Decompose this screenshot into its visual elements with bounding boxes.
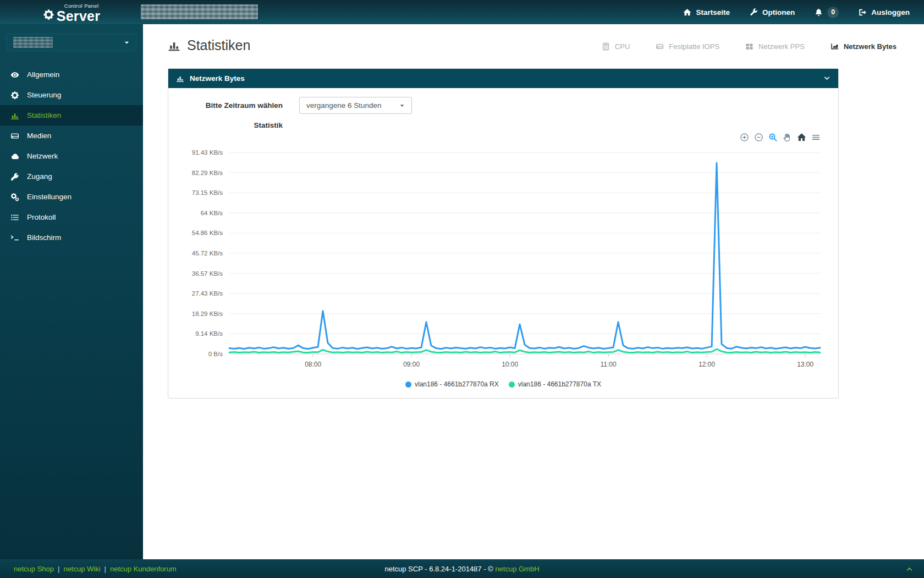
bar-chart-icon	[176, 74, 184, 83]
notifications-button[interactable]: 0	[815, 7, 839, 18]
timerange-label: Bitte Zeitraum wählen	[178, 101, 283, 110]
sidebar-item-netzwerk[interactable]: Netzwerk	[0, 146, 143, 166]
scroll-to-top-button[interactable]	[906, 565, 924, 572]
top-bar: Control Panel Server Startseite Optionen…	[0, 0, 924, 24]
caret-down-icon	[399, 103, 405, 108]
hdd-icon	[10, 132, 19, 140]
x-axis-tick-label: 13:00	[797, 361, 813, 368]
netcup-shop-link[interactable]: netcup Shop	[14, 565, 54, 573]
logout-icon	[859, 8, 867, 17]
sidebar-item-protokoll[interactable]: Protokoll	[0, 207, 143, 227]
gears-icon	[10, 193, 19, 201]
ausloggen-link[interactable]: Ausloggen	[859, 8, 910, 17]
chart-toolbar	[178, 130, 828, 144]
y-axis-tick-label: 73.15 KB/s	[192, 189, 223, 196]
grid-icon	[745, 42, 754, 51]
series-line-tx	[229, 349, 820, 352]
logo-brand-label: Server	[57, 9, 101, 23]
panel-collapse-button[interactable]	[823, 75, 831, 82]
y-axis-tick-label: 82.29 KB/s	[192, 170, 223, 176]
x-axis-tick-label: 11:00	[601, 361, 617, 368]
sidebar-item-medien[interactable]: Medien	[0, 126, 143, 146]
x-axis-tick-label: 09:00	[403, 361, 420, 368]
sidebar-item-statistiken[interactable]: Statistiken	[0, 105, 143, 126]
y-axis-tick-label: 91.43 KB/s	[192, 149, 223, 156]
x-axis-tick-label: 08:00	[305, 361, 321, 368]
netcup-gmbh-link[interactable]: netcup GmbH	[495, 565, 539, 573]
tab-festplatte-iops[interactable]: Festplatte IOPS	[656, 42, 719, 51]
server-select-dropdown[interactable]	[7, 34, 136, 51]
eye-icon	[10, 70, 19, 79]
page-title: Statistiken	[168, 37, 250, 53]
list-icon	[10, 213, 19, 222]
y-axis-tick-label: 64 KB/s	[201, 210, 223, 216]
gear-icon	[10, 91, 19, 100]
server-name-redacted	[141, 4, 258, 19]
timerange-selected-value: vergangene 6 Stunden	[306, 101, 382, 110]
sidebar-item-bildschirm[interactable]: Bildschirm	[0, 227, 143, 248]
legend-item[interactable]: vlan186 - 4661b277870a TX	[509, 380, 601, 388]
reset-home-icon[interactable]	[797, 133, 806, 142]
timerange-select[interactable]: vergangene 6 Stunden	[299, 97, 412, 114]
cloud-icon	[10, 152, 19, 161]
zoom-out-icon[interactable]	[754, 133, 763, 142]
legend-item[interactable]: vlan186 - 4661b277870a RX	[405, 380, 499, 388]
netcup-kundenforum-link[interactable]: netcup Kundenforum	[110, 565, 177, 573]
calculator-icon	[602, 42, 610, 51]
menu-icon[interactable]	[811, 133, 821, 142]
y-axis-tick-label: 45.72 KB/s	[192, 250, 223, 257]
legend-marker	[405, 381, 411, 388]
sidebar-item-einstellungen[interactable]: Einstellungen	[0, 187, 143, 207]
key-icon	[10, 172, 19, 181]
home-icon	[683, 8, 691, 17]
legend-label: vlan186 - 4661b277870a RX	[415, 380, 499, 388]
bar-chart-icon	[168, 39, 180, 52]
statistik-label: Statistik	[178, 121, 283, 129]
y-axis-tick-label: 9.14 KB/s	[195, 330, 223, 337]
server-name-redacted	[13, 37, 53, 48]
terminal-icon	[10, 233, 19, 242]
bar-chart-icon	[10, 111, 19, 120]
y-axis-tick-label: 18.29 KB/s	[192, 310, 223, 317]
footer: netcup SCP - 6.8.24-1-201487 - © netcup …	[0, 559, 924, 578]
y-axis-tick-label: 36.57 KB/s	[192, 270, 223, 277]
chevron-up-icon	[906, 565, 913, 572]
network-bytes-line-chart[interactable]: 91.43 KB/s82.29 KB/s73.15 KB/s64 KB/s54.…	[179, 144, 828, 380]
legend-label: vlan186 - 4661b277870a TX	[518, 380, 601, 388]
selection-zoom-icon[interactable]	[768, 133, 778, 142]
statistics-tabs: CPU Festplatte IOPS Netzwerk PPS Netzwer…	[602, 42, 897, 51]
app-logo[interactable]: Control Panel Server	[0, 1, 143, 23]
legend-marker	[509, 381, 515, 388]
x-axis-tick-label: 10:00	[502, 361, 518, 368]
zoom-in-icon[interactable]	[740, 133, 749, 142]
y-axis-tick-label: 54.86 KB/s	[192, 230, 223, 236]
chevron-down-icon	[823, 75, 831, 82]
optionen-link[interactable]: Optionen	[750, 8, 795, 17]
pan-hand-icon[interactable]	[783, 133, 792, 142]
x-axis-tick-label: 12:00	[698, 361, 715, 368]
sidebar: Allgemein Steuerung Statistiken Medien N…	[0, 24, 143, 559]
caret-down-icon	[124, 40, 130, 46]
area-chart-icon	[831, 42, 839, 51]
gear-logo-icon	[43, 9, 54, 20]
sidebar-item-allgemein[interactable]: Allgemein	[0, 64, 143, 85]
series-line-rx	[229, 163, 820, 349]
main-content: Statistiken CPU Festplatte IOPS Netzwerk…	[143, 24, 924, 559]
sidebar-item-zugang[interactable]: Zugang	[0, 166, 143, 187]
tab-cpu[interactable]: CPU	[602, 42, 630, 51]
panel-header: Netzwerk Bytes	[168, 69, 838, 88]
hdd-icon	[656, 42, 664, 51]
notification-count-badge: 0	[827, 7, 839, 18]
netzwerk-bytes-panel: Netzwerk Bytes Bitte Zeitraum wählen ver…	[168, 68, 839, 399]
tab-netzwerk-bytes[interactable]: Netzwerk Bytes	[831, 42, 897, 51]
netcup-wiki-link[interactable]: netcup Wiki	[63, 565, 100, 573]
bell-icon	[815, 8, 823, 17]
tab-netzwerk-pps[interactable]: Netzwerk PPS	[745, 42, 805, 51]
sidebar-item-steuerung[interactable]: Steuerung	[0, 85, 143, 105]
startseite-link[interactable]: Startseite	[683, 8, 730, 17]
chart-legend: vlan186 - 4661b277870a RXvlan186 - 4661b…	[178, 380, 828, 394]
wrench-icon	[750, 8, 758, 17]
y-axis-tick-label: 27.43 KB/s	[192, 290, 223, 297]
y-axis-tick-label: 0 B/s	[208, 351, 223, 357]
